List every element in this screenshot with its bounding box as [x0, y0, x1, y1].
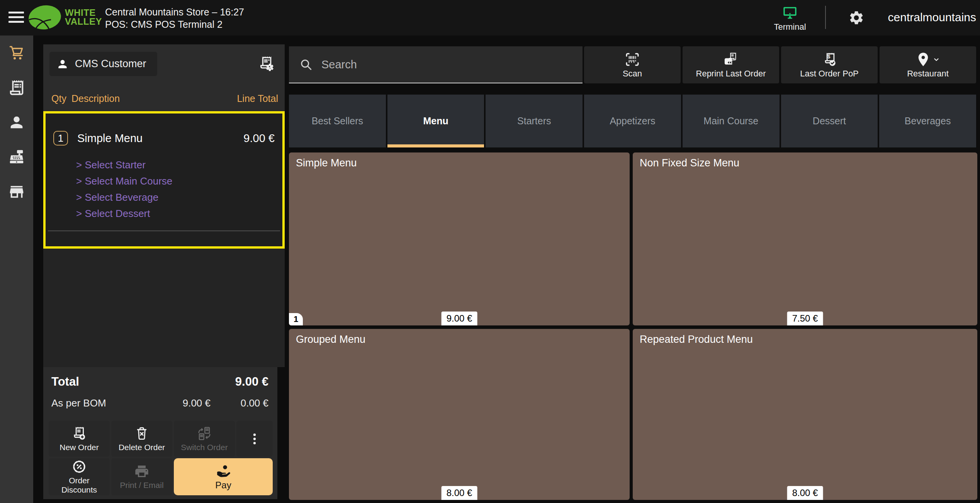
terminal-button[interactable]: Terminal [767, 3, 813, 34]
product-name: Simple Menu [296, 157, 357, 169]
printer-icon [134, 464, 149, 479]
chevron-down-icon [932, 55, 941, 64]
white-valley-logo: WHITE VALLEY [28, 3, 102, 31]
totals-section: Total 9.00 € As per BOM 9.00 € 0.00 € Ne… [43, 367, 277, 499]
sidebar-item-cash-register[interactable] [0, 140, 33, 174]
tab-menu[interactable]: Menu [387, 95, 484, 147]
terminal-label: Terminal [774, 22, 806, 32]
product-price-badge: 8.00 € [787, 486, 823, 500]
trash-x-icon [134, 426, 149, 441]
select-beverage-link[interactable]: > Select Beverage [76, 189, 172, 205]
product-name: Repeated Product Menu [640, 334, 753, 345]
product-tile-simple-menu[interactable]: Simple Menu 1 9.00 € [289, 152, 630, 325]
bom-label: As per BOM [51, 397, 106, 409]
logo-leaf-icon [28, 3, 62, 31]
more-actions-button[interactable] [236, 421, 273, 457]
sidebar-item-customers[interactable] [0, 105, 33, 140]
order-actions: New Order Delete Order [49, 421, 273, 495]
customer-person-icon [56, 58, 69, 70]
pos-line: POS: CMS POS Terminal 2 [105, 18, 244, 30]
print-email-button[interactable]: Print / Email [111, 458, 172, 495]
left-sidebar [0, 36, 33, 503]
order-settings-button[interactable] [255, 53, 279, 75]
product-tile-grouped-menu[interactable]: Grouped Menu 8.00 € [289, 329, 630, 500]
location-pin-icon [915, 51, 931, 68]
store-icon [8, 183, 25, 201]
store-line: Central Mountains Store – 16:27 [105, 6, 244, 18]
column-line-total: Line Total [237, 93, 278, 104]
menu-option-links: > Select Starter > Select Main Course > … [76, 157, 172, 222]
product-price-badge: 8.00 € [442, 486, 477, 500]
brand-text: WHITE VALLEY [65, 8, 102, 26]
settings-gear-icon[interactable] [848, 10, 865, 26]
reprint-receipt-icon [723, 51, 739, 68]
switch-order-button[interactable]: Switch Order [174, 421, 235, 457]
tab-beverages[interactable]: Beverages [879, 95, 976, 147]
receipt-icon [8, 79, 25, 97]
order-panel: CMS Customer Qty Description Line Total … [43, 44, 285, 499]
select-starter-link[interactable]: > Select Starter [76, 157, 172, 173]
tab-main-course[interactable]: Main Course [683, 95, 780, 147]
category-tabs: Best Sellers Menu Starters Appetizers Ma… [289, 95, 976, 147]
bom-value-2: 0.00 € [241, 397, 268, 409]
shopping-cart-icon [8, 44, 25, 62]
product-qty-badge: 1 [289, 313, 303, 325]
product-price-badge: 7.50 € [787, 312, 823, 325]
line-qty-badge: 1 [53, 131, 68, 146]
receipt-gear-icon [258, 55, 275, 73]
sidebar-item-store[interactable] [0, 174, 33, 209]
tab-dessert[interactable]: Dessert [781, 95, 878, 147]
terminal-monitor-icon [781, 5, 798, 21]
cash-register-icon [8, 148, 25, 166]
total-value: 9.00 € [235, 375, 268, 389]
line-item-name: Simple Menu [77, 132, 143, 145]
discount-percent-icon [71, 459, 87, 474]
hamburger-menu-icon[interactable] [8, 12, 24, 25]
svg-text:$: $ [827, 53, 831, 59]
vertical-dots-icon [247, 431, 262, 447]
order-panel-header: CMS Customer Qty Description Line Total [43, 44, 285, 111]
tab-appetizers[interactable]: Appetizers [584, 95, 681, 147]
customer-button[interactable]: CMS Customer [49, 52, 157, 76]
receipt-check-icon: $ [821, 51, 837, 68]
top-bar: WHITE VALLEY Central Mountains Store – 1… [0, 0, 980, 36]
barcode-scan-icon [624, 51, 640, 68]
last-order-pop-button[interactable]: $ Last Order PoP [781, 46, 878, 83]
pay-button[interactable]: Pay [174, 458, 273, 495]
restaurant-location-button[interactable]: Restaurant [880, 46, 976, 83]
line-divider [48, 230, 280, 231]
product-name: Grouped Menu [296, 334, 365, 345]
reprint-last-order-button[interactable]: Reprint Last Order [683, 46, 779, 83]
receipt-plus-icon [71, 426, 87, 441]
product-tile-repeated-product-menu[interactable]: Repeated Product Menu 8.00 € [633, 329, 977, 500]
order-discounts-button[interactable]: Order Discounts [49, 458, 110, 495]
search-input[interactable] [321, 58, 583, 71]
bom-value-1: 9.00 € [183, 397, 211, 409]
product-tile-non-fixed-size-menu[interactable]: Non Fixed Size Menu 7.50 € [633, 152, 977, 325]
delete-order-button[interactable]: Delete Order [111, 421, 172, 457]
order-line-row[interactable]: 1 Simple Menu 9.00 € [53, 130, 275, 146]
total-label: Total [51, 375, 79, 389]
product-grid: Simple Menu 1 9.00 € Non Fixed Size Menu… [289, 152, 977, 500]
new-order-button[interactable]: New Order [49, 421, 110, 457]
line-item-total: 9.00 € [243, 132, 275, 145]
customer-name: CMS Customer [75, 58, 146, 70]
scan-button[interactable]: Scan [584, 46, 681, 83]
select-main-course-link[interactable]: > Select Main Course [76, 173, 172, 189]
tab-best-sellers[interactable]: Best Sellers [289, 95, 386, 147]
search-bar [289, 46, 583, 83]
switch-arrows-icon [197, 426, 212, 441]
product-name: Non Fixed Size Menu [640, 157, 739, 169]
selected-order-line[interactable]: 1 Simple Menu 9.00 € > Select Starter > … [43, 111, 285, 249]
sidebar-item-orders[interactable] [0, 70, 33, 105]
order-line-list: 1 Simple Menu 9.00 € > Select Starter > … [43, 111, 285, 367]
column-description: Description [71, 93, 120, 104]
top-action-buttons: Scan Reprint Last Order $ Last Order PoP [584, 46, 976, 83]
select-dessert-link[interactable]: > Select Dessert [76, 205, 172, 222]
search-icon [299, 58, 313, 71]
sidebar-item-cart[interactable] [0, 36, 33, 70]
tab-starters[interactable]: Starters [486, 95, 583, 147]
topbar-divider [825, 6, 826, 29]
account-name[interactable]: centralmountains [888, 11, 976, 24]
store-info: Central Mountains Store – 16:27 POS: CMS… [105, 6, 244, 30]
